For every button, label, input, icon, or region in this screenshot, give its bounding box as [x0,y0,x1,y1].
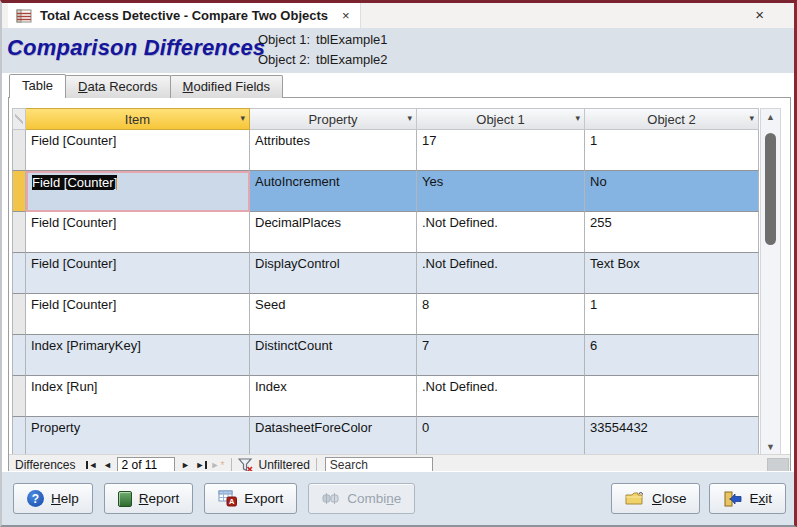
cell-property[interactable]: Index [250,376,417,417]
header-band: Comparison Differences Object 1:tblExamp… [2,28,794,73]
column-header-object2[interactable]: Object 2▾ [585,108,759,130]
cell-object2[interactable] [585,376,759,417]
table-row[interactable]: Index [PrimaryKey] DistinctCount 7 6 [12,335,781,376]
help-icon: ? [27,490,44,507]
help-button[interactable]: ? Help [13,483,93,514]
cell-property[interactable]: Seed [250,294,417,335]
cell-item[interactable]: Field [Counter] [26,253,250,294]
dropdown-arrow-icon[interactable]: ▾ [749,113,754,123]
row-selector[interactable] [12,212,26,253]
tab-strip: Table Data Records Modified Fields [9,74,282,98]
object2-label: Object 2: [258,52,310,67]
document-tab[interactable]: Total Access Detective - Compare Two Obj… [8,3,361,28]
row-selector[interactable] [12,376,26,417]
column-header-object1[interactable]: Object 1▾ [417,108,585,130]
cell-object2[interactable]: 1 [585,294,759,335]
document-close-icon[interactable]: × [342,8,350,23]
cell-item[interactable]: Index [Run] [26,376,250,417]
dropdown-arrow-icon[interactable]: ▾ [575,113,580,123]
tab-modified-fields[interactable]: Modified Fields [170,75,283,98]
select-all-corner[interactable] [12,108,26,130]
table-row[interactable]: Field [Counter] DecimalPlaces .Not Defin… [12,212,781,253]
table-row[interactable]: Index [Run] Index .Not Defined. [12,376,781,417]
cell-object1[interactable]: .Not Defined. [417,376,585,417]
row-selector[interactable] [12,253,26,294]
export-icon: A [218,490,237,507]
object1-value: tblExample1 [316,32,388,47]
cell-item[interactable]: Field [Counter] [26,212,250,253]
dropdown-arrow-icon[interactable]: ▾ [240,113,245,123]
right-button-group: Close Exit [611,483,786,514]
cell-item[interactable]: Field [Counter] [26,294,250,335]
scroll-down-icon[interactable]: ▼ [761,442,780,452]
cell-object2[interactable]: 33554432 [585,417,759,456]
cell-object2[interactable]: No [585,171,759,212]
row-selector[interactable] [12,294,26,335]
cell-object2[interactable]: Text Box [585,253,759,294]
exit-door-icon [723,491,742,507]
object2-line: Object 2:tblExample2 [258,50,388,70]
object2-value: tblExample2 [316,52,388,67]
cell-object1[interactable]: .Not Defined. [417,212,585,253]
vertical-scrollbar[interactable]: ▲ ▼ [760,108,781,456]
cell-property[interactable]: Attributes [250,130,417,171]
table-row-selected[interactable]: Field [Counter] AutoIncrement Yes No [12,171,781,212]
compared-objects: Object 1:tblExample1 Object 2:tblExample… [258,30,388,70]
cell-object2[interactable]: 1 [585,130,759,171]
new-record-button: ►* [209,460,225,471]
cell-property[interactable]: DisplayControl [250,253,417,294]
record-set-label: Differences [15,458,75,472]
first-record-button[interactable]: ◄ [83,460,99,470]
export-button[interactable]: A Export [204,483,297,514]
cell-item[interactable]: Index [PrimaryKey] [26,335,250,376]
combine-button: Combine [308,483,415,514]
cell-item[interactable]: Property [26,417,250,456]
cell-property[interactable]: DecimalPlaces [250,212,417,253]
cell-object1[interactable]: 7 [417,335,585,376]
next-record-button[interactable]: ► [177,460,193,470]
current-cell-item[interactable]: Field [Counter] [26,171,250,212]
column-header-item[interactable]: Item▾ [26,108,250,130]
table-row[interactable]: Field [Counter] Attributes 17 1 [12,130,781,171]
table-row[interactable]: Field [Counter] DisplayControl .Not Defi… [12,253,781,294]
previous-record-button[interactable]: ◄ [99,460,115,470]
page-title: Comparison Differences [7,35,265,61]
cell-object1[interactable]: Yes [417,171,585,212]
window-close-icon[interactable]: × [755,6,764,23]
close-button[interactable]: Close [611,483,701,514]
cell-item[interactable]: Field [Counter] [26,130,250,171]
last-record-button[interactable]: ► [193,460,209,470]
scrollbar-corner [767,458,789,472]
tab-data-records[interactable]: Data Records [65,75,170,98]
cell-property[interactable]: DistinctCount [250,335,417,376]
app-window: Total Access Detective - Compare Two Obj… [0,0,797,527]
column-header-property[interactable]: Property▾ [250,108,417,130]
cell-object1[interactable]: .Not Defined. [417,253,585,294]
cell-property[interactable]: AutoIncrement [250,171,417,212]
cell-object1[interactable]: 17 [417,130,585,171]
scrollbar-thumb[interactable] [765,133,776,245]
row-selector[interactable] [12,171,26,212]
cell-object1[interactable]: 8 [417,294,585,335]
cell-object2[interactable]: 255 [585,212,759,253]
filter-state-label: Unfiltered [258,458,309,472]
report-button[interactable]: Report [104,483,194,514]
cell-object1[interactable]: 0 [417,417,585,456]
button-bar: ? Help Report A [2,471,794,525]
object1-line: Object 1:tblExample1 [258,30,388,50]
exit-button[interactable]: Exit [709,483,786,514]
row-selector[interactable] [12,417,26,456]
tab-table[interactable]: Table [9,74,66,98]
report-icon [118,491,132,507]
differences-datasheet: Item▾ Property▾ Object 1▾ Object 2▾ Fiel… [12,108,781,456]
grid-header-row: Item▾ Property▾ Object 1▾ Object 2▾ [12,108,781,130]
table-row[interactable]: Field [Counter] Seed 8 1 [12,294,781,335]
row-selector[interactable] [12,335,26,376]
new-record-star-icon: * [220,460,224,471]
scroll-up-icon[interactable]: ▲ [761,112,780,122]
row-selector[interactable] [12,130,26,171]
cell-property[interactable]: DatasheetForeColor [250,417,417,456]
dropdown-arrow-icon[interactable]: ▾ [407,113,412,123]
table-row[interactable]: Property DatasheetForeColor 0 33554432 [12,417,781,456]
cell-object2[interactable]: 6 [585,335,759,376]
